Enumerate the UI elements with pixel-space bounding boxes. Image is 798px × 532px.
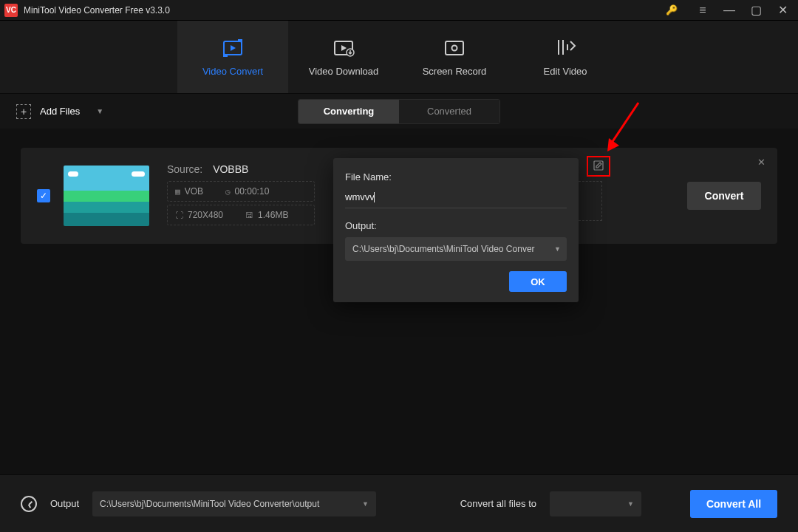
add-files-button[interactable]: + Add Files ▼ [16,104,103,119]
minimize-icon[interactable]: — [717,1,742,20]
footer-output-select[interactable]: C:\Users\bj\Documents\MiniTool Video Con… [92,491,376,516]
toolbar: + Add Files ▼ Converting Converted [0,93,798,129]
ok-button[interactable]: OK [509,271,567,292]
footer-output-label: Output [50,498,79,509]
svg-rect-7 [594,161,603,170]
file-checkbox[interactable]: ✓ [37,189,50,202]
size-value: 1.46MB [258,210,288,220]
size-icon: 🖫 [245,211,253,220]
app-logo: VC [4,4,18,17]
menu-icon[interactable]: ≡ [690,1,715,20]
footer-output-value: C:\Users\bj\Documents\MiniTool Video Con… [100,499,319,509]
svg-rect-5 [446,41,463,55]
upgrade-key-icon[interactable]: 🔑 [659,1,684,20]
convert-icon [222,38,244,58]
convert-to-select[interactable]: ▼ [550,491,641,516]
resolution-icon: ⛶ [175,211,183,220]
svg-marker-3 [341,45,347,51]
rename-icon[interactable] [593,160,604,173]
file-name-label: File Name: [345,171,567,183]
schedule-icon[interactable] [21,496,37,512]
rename-dialog: File Name: wmvvv Output: C:\Users\bj\Doc… [333,158,579,302]
top-nav: Video Convert Video Download Screen Reco… [0,21,798,93]
convert-to-label: Convert all files to [460,498,536,509]
edit-video-icon [554,38,576,58]
convert-all-button[interactable]: Convert All [690,490,777,518]
tab-screen-record[interactable]: Screen Record [399,21,510,93]
format-icon: ▦ [175,187,180,197]
svg-point-6 [452,45,457,50]
format-value: VOB [185,186,203,197]
tab-video-download[interactable]: Video Download [288,21,399,93]
target-format-box [579,181,602,221]
app-title: MiniTool Video Converter Free v3.3.0 [24,5,170,16]
svg-marker-1 [231,45,236,51]
chevron-down-icon: ▼ [554,245,561,253]
tab-video-convert[interactable]: Video Convert [177,21,288,93]
add-files-label: Add Files [40,106,80,117]
clock-icon: ◷ [225,187,231,197]
footer-bar: Output C:\Users\bj\Documents\MiniTool Vi… [0,474,798,532]
chevron-down-icon: ▼ [627,500,634,508]
output-path-select[interactable]: C:\Users\bj\Documents\MiniTool Video Con… [345,237,567,261]
tab-converting[interactable]: Converting [299,100,399,123]
tab-video-download-label: Video Download [309,66,378,77]
duration-value: 00:00:10 [235,186,270,197]
tab-edit-video-label: Edit Video [543,66,587,77]
tab-screen-record-label: Screen Record [423,66,487,77]
rename-highlight [587,156,610,177]
tab-video-convert-label: Video Convert [202,66,263,77]
output-path-value: C:\Users\bj\Documents\MiniTool Video Con… [352,244,535,254]
convert-button[interactable]: Convert [687,182,761,210]
output-label: Output: [345,220,567,231]
remove-file-icon[interactable]: ✕ [757,157,765,168]
maximize-icon[interactable]: ▢ [743,1,768,20]
chevron-down-icon: ▼ [96,107,103,115]
video-thumbnail [64,166,149,226]
resolution-value: 720X480 [188,210,223,220]
source-label: Source: [167,163,202,175]
titlebar: VC MiniTool Video Converter Free v3.3.0 … [0,0,798,21]
close-icon[interactable]: ✕ [770,1,795,20]
tab-converted[interactable]: Converted [399,100,499,123]
record-icon [443,38,466,58]
file-name-input[interactable]: wmvvv [345,190,567,208]
tab-edit-video[interactable]: Edit Video [510,21,621,93]
download-icon [332,38,355,58]
add-icon: + [16,104,31,119]
chevron-down-icon: ▼ [362,500,369,508]
source-value: VOBBB [213,163,248,175]
